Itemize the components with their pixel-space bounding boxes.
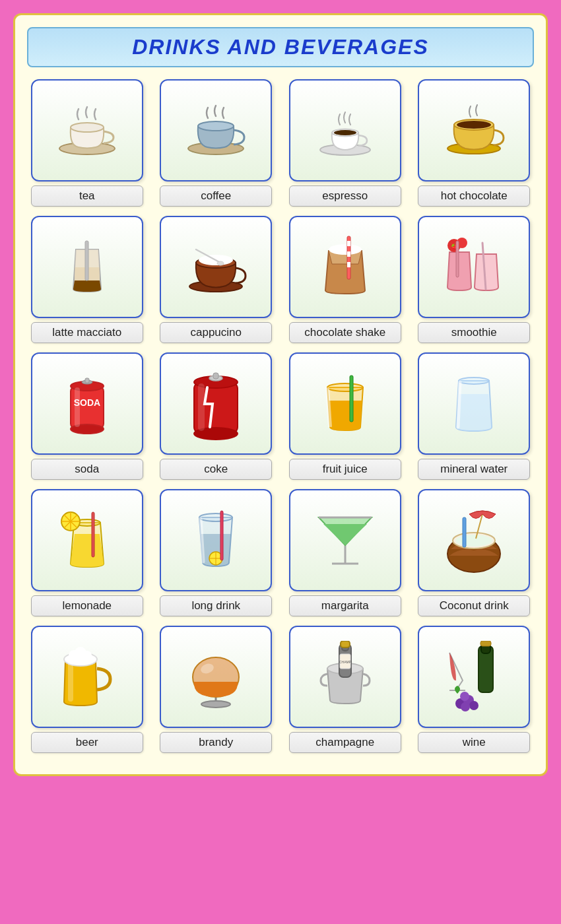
svg-rect-30: [75, 387, 80, 427]
drink-image-cappucino: [160, 216, 272, 318]
drink-label-coke: coke: [160, 459, 272, 480]
svg-point-39: [327, 383, 363, 391]
svg-rect-18: [347, 241, 350, 246]
svg-rect-40: [350, 376, 353, 422]
svg-point-67: [82, 651, 92, 660]
svg-point-9: [457, 121, 491, 129]
drink-image-brandy: [160, 626, 272, 728]
svg-rect-76: [341, 641, 350, 647]
svg-rect-19: [347, 251, 350, 257]
svg-rect-24: [456, 241, 459, 277]
drink-cell-brandy: brandy: [156, 626, 277, 753]
drink-label-hot-chocolate: hot chocolate: [418, 185, 530, 207]
svg-point-3: [198, 121, 234, 131]
drink-image-beer: [31, 626, 143, 728]
drink-cell-mineral-water: mineral water: [414, 352, 535, 480]
drink-label-margarita: margarita: [289, 595, 401, 616]
drink-cell-margarita: margarita: [285, 489, 405, 616]
drink-label-mineral-water: mineral water: [418, 459, 530, 480]
svg-point-61: [455, 535, 492, 546]
svg-rect-63: [463, 517, 466, 547]
svg-point-70: [201, 701, 230, 708]
drink-image-fruit-juice: [289, 352, 401, 455]
drink-label-beer: beer: [31, 732, 143, 753]
svg-rect-10: [85, 241, 88, 280]
drink-image-margarita: [289, 489, 401, 591]
svg-point-1: [71, 123, 104, 132]
drink-cell-chocolate-shake: chocolate shake: [285, 216, 405, 343]
drink-image-wine: [418, 626, 530, 728]
drink-image-espresso: [289, 79, 401, 182]
drink-image-long-drink: [160, 489, 272, 591]
drink-label-smoothie: smoothie: [418, 322, 530, 343]
drink-cell-hot-chocolate: hot chocolate: [414, 79, 535, 207]
svg-point-86: [461, 702, 470, 711]
svg-point-85: [469, 701, 478, 710]
svg-point-50: [199, 513, 232, 521]
drink-label-espresso: espresso: [289, 185, 401, 207]
svg-point-15: [217, 261, 224, 265]
drink-label-coconut-drink: Coconut drink: [418, 595, 530, 616]
drink-cell-lemonade: lemonade: [27, 489, 147, 616]
drink-label-lemonade: lemonade: [31, 595, 143, 616]
drink-cell-beer: beer: [27, 626, 147, 753]
drink-label-tea: tea: [31, 185, 143, 207]
drink-label-soda: soda: [31, 459, 143, 480]
svg-rect-36: [198, 383, 205, 431]
drink-image-soda: SODA: [31, 352, 143, 455]
svg-point-87: [460, 692, 469, 701]
svg-rect-49: [92, 512, 94, 557]
drink-cell-fruit-juice: fruit juice: [285, 352, 405, 480]
title-box: DRINKS AND BEVERAGES: [27, 27, 534, 67]
drink-cell-champagne: CHAMP champagne: [285, 626, 405, 753]
svg-point-6: [334, 130, 356, 135]
svg-rect-38: [213, 373, 218, 379]
svg-point-41: [459, 378, 489, 384]
drink-cell-coke: coke: [156, 352, 277, 480]
drink-label-fruit-juice: fruit juice: [289, 459, 401, 480]
drink-image-lemonade: [31, 489, 143, 591]
drink-cell-coconut-drink: Coconut drink: [414, 489, 535, 616]
drink-cell-cappucino: cappucino: [156, 216, 277, 343]
drink-image-coke: [160, 352, 272, 455]
drink-image-mineral-water: [418, 352, 530, 455]
drink-cell-long-drink: long drink: [156, 489, 277, 616]
svg-rect-54: [220, 511, 223, 560]
drink-cell-coffee: coffee: [156, 79, 277, 207]
drink-label-coffee: coffee: [160, 185, 272, 207]
drink-image-coconut-drink: [418, 489, 530, 591]
drinks-grid: tea coffee espresso: [27, 79, 534, 753]
svg-text:CHAMP: CHAMP: [339, 660, 352, 664]
drink-cell-wine: wine: [414, 626, 535, 753]
drink-image-latte-macciato: [31, 216, 143, 318]
drink-cell-smoothie: 🍓 smoothie: [414, 216, 535, 343]
drink-cell-latte-macciato: latte macciato: [27, 216, 147, 343]
svg-line-42: [458, 382, 460, 427]
main-card: DRINKS AND BEVERAGES tea coffee: [13, 13, 548, 776]
drink-cell-espresso: espresso: [285, 79, 405, 207]
drink-label-champagne: champagne: [289, 732, 401, 753]
svg-rect-20: [347, 262, 350, 267]
svg-rect-68: [68, 662, 73, 702]
drink-cell-tea: tea: [27, 79, 147, 207]
page-title: DRINKS AND BEVERAGES: [132, 35, 429, 59]
drink-image-champagne: CHAMP: [289, 626, 401, 728]
svg-rect-81: [480, 641, 491, 646]
drink-image-tea: [31, 79, 143, 182]
drink-label-latte-macciato: latte macciato: [31, 322, 143, 343]
svg-rect-32: [85, 378, 89, 383]
drink-label-brandy: brandy: [160, 732, 272, 753]
drink-label-cappucino: cappucino: [160, 322, 272, 343]
drink-image-coffee: [160, 79, 272, 182]
drink-label-long-drink: long drink: [160, 595, 272, 616]
drink-label-wine: wine: [418, 732, 530, 753]
drink-image-hot-chocolate: [418, 79, 530, 182]
drink-label-chocolate-shake: chocolate shake: [289, 322, 401, 343]
drink-image-smoothie: 🍓: [418, 216, 530, 318]
drink-image-chocolate-shake: [289, 216, 401, 318]
drink-cell-soda: SODA soda: [27, 352, 147, 480]
